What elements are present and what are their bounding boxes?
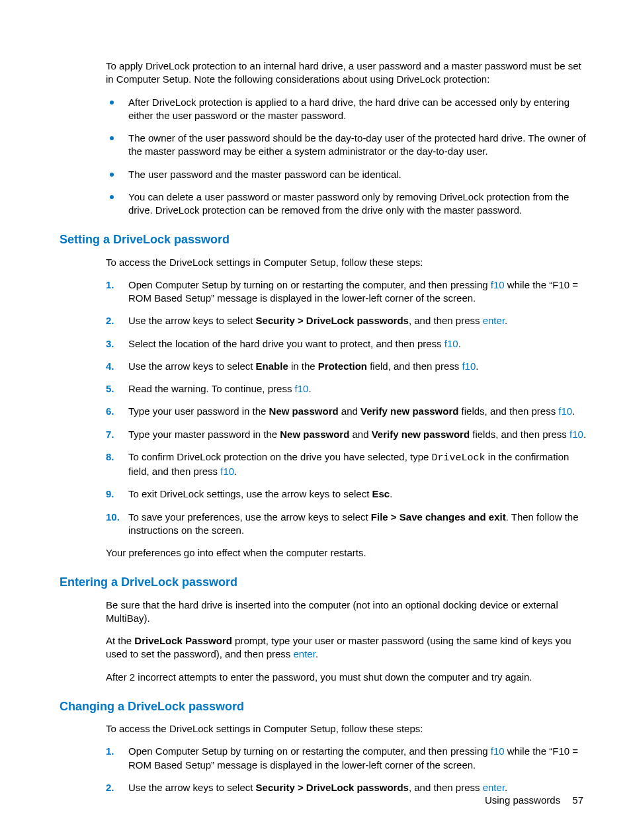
step-item: Select the location of the hard drive yo… — [106, 337, 591, 351]
text: in the — [288, 360, 318, 372]
key-name: Esc — [372, 488, 390, 499]
field-name: Protection — [318, 360, 367, 372]
step-item: Open Computer Setup by turning on or res… — [106, 745, 591, 772]
entering-p3: After 2 incorrect attempts to enter the … — [106, 671, 591, 684]
text: , and then press — [409, 782, 483, 793]
bullet-item: After DriveLock protection is applied to… — [106, 96, 591, 123]
heading-changing: Changing a DriveLock password — [60, 698, 591, 714]
setting-steps: Open Computer Setup by turning on or res… — [106, 278, 591, 537]
page-footer: Using passwords 57 — [485, 794, 583, 807]
step-item: Read the warning. To continue, press f10… — [106, 382, 591, 396]
text: , and then press — [409, 315, 483, 326]
heading-entering: Entering a DriveLock password — [60, 574, 591, 590]
text: and — [339, 405, 360, 417]
intro-bullets: After DriveLock protection is applied to… — [106, 96, 591, 218]
bullet-item: The owner of the user password should be… — [106, 132, 591, 159]
text: fields, and then press — [470, 429, 569, 440]
text: To save your preferences, use the arrow … — [128, 511, 371, 523]
text: Use the arrow keys to select — [128, 315, 256, 326]
key-enter: enter — [294, 648, 316, 659]
bullet-item: The user password and the master passwor… — [106, 168, 591, 181]
page-number: 57 — [572, 794, 583, 806]
text: Type your master password in the — [128, 429, 280, 440]
key-f10: f10 — [569, 429, 583, 440]
text: and — [349, 429, 371, 440]
text: Select the location of the hard drive yo… — [128, 338, 444, 349]
text: Open Computer Setup by turning on or res… — [128, 745, 491, 757]
setting-intro: To access the DriveLock settings in Comp… — [106, 256, 591, 269]
text: . — [583, 429, 586, 440]
key-f10: f10 — [558, 405, 572, 417]
step-item: To save your preferences, use the arrow … — [106, 511, 591, 538]
literal-text: DriveLock — [432, 452, 485, 464]
text: fields, and then press — [458, 405, 558, 417]
step-item: Type your master password in the New pas… — [106, 428, 591, 441]
step-item: To exit DriveLock settings, use the arro… — [106, 487, 591, 501]
text: Type your user password in the — [128, 405, 269, 417]
menu-path: Security > DriveLock passwords — [256, 782, 409, 793]
step-item: Use the arrow keys to select Security > … — [106, 314, 591, 327]
text: . — [505, 315, 507, 326]
menu-path: Security > DriveLock passwords — [256, 315, 409, 326]
key-f10: f10 — [295, 383, 309, 394]
step-item: To confirm DriveLock protection on the d… — [106, 450, 591, 479]
entering-p2: At the DriveLock Password prompt, type y… — [106, 634, 591, 661]
text: To confirm DriveLock protection on the d… — [128, 451, 432, 462]
text: Open Computer Setup by turning on or res… — [128, 279, 491, 290]
field-name: Verify new password — [360, 405, 458, 417]
step-item: Type your user password in the New passw… — [106, 405, 591, 418]
text: Use the arrow keys to select — [128, 782, 256, 793]
key-enter: enter — [483, 315, 505, 326]
text: . — [316, 648, 318, 659]
field-name: New password — [280, 429, 349, 440]
text: . — [234, 466, 237, 477]
bullet-item: You can delete a user password or master… — [106, 190, 591, 218]
setting-outro: Your preferences go into effect when the… — [106, 546, 591, 560]
prompt-name: DriveLock Password — [134, 635, 232, 646]
footer-label: Using passwords — [485, 794, 560, 806]
key-f10: f10 — [462, 360, 476, 372]
step-item: Use the arrow keys to select Enable in t… — [106, 360, 591, 373]
text: . — [505, 782, 507, 793]
text: . — [458, 338, 461, 349]
step-item: Open Computer Setup by turning on or res… — [106, 278, 591, 306]
step-item: Use the arrow keys to select Security > … — [106, 781, 591, 794]
text: Read the warning. To continue, press — [128, 383, 295, 394]
text: Use the arrow keys to select — [128, 360, 256, 372]
changing-intro: To access the DriveLock settings in Comp… — [106, 722, 591, 735]
key-f10: f10 — [444, 338, 458, 349]
entering-p1: Be sure that the hard drive is inserted … — [106, 599, 591, 626]
heading-setting: Setting a DriveLock password — [60, 231, 591, 247]
text: . — [390, 488, 392, 499]
key-f10: f10 — [491, 279, 505, 290]
field-name: New password — [269, 405, 339, 417]
changing-steps: Open Computer Setup by turning on or res… — [106, 745, 591, 794]
key-f10: f10 — [220, 466, 234, 477]
key-f10: f10 — [491, 745, 505, 757]
text: . — [308, 383, 311, 394]
intro-paragraph: To apply DriveLock protection to an inte… — [106, 60, 591, 87]
text: field, and then press — [367, 360, 462, 372]
text: At the — [106, 635, 134, 646]
text: . — [476, 360, 478, 372]
text: . — [572, 405, 575, 417]
menu-path: File > Save changes and exit — [371, 511, 506, 523]
field-name: Verify new password — [372, 429, 470, 440]
field-value: Enable — [256, 360, 288, 372]
key-enter: enter — [483, 782, 505, 793]
document-page: To apply DriveLock protection to an inte… — [0, 0, 631, 840]
text: To exit DriveLock settings, use the arro… — [128, 488, 372, 499]
